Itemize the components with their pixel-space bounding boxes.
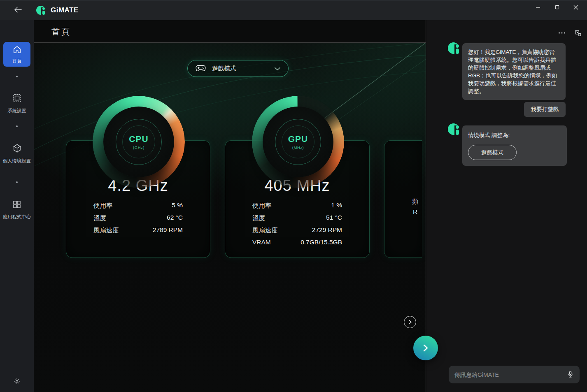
- gpu-gauge: GPU (MHz): [252, 96, 344, 188]
- home-icon: [12, 45, 22, 56]
- page-title: 首頁: [51, 26, 71, 37]
- mode-selector-label: 遊戲模式: [212, 65, 236, 72]
- assistant-avatar: [448, 123, 460, 135]
- popout-icon: [574, 29, 582, 37]
- assistant-avatar: [448, 42, 460, 54]
- cpu-stats: 使用率 5 % 溫度 62 °C 風扇速度 2789 RPM: [93, 202, 183, 235]
- stat-label: 風扇速度: [93, 226, 119, 235]
- gpu-gauge-label: GPU (MHz): [252, 96, 344, 188]
- stat-value: 5 %: [172, 202, 183, 210]
- cube-icon: [12, 143, 22, 155]
- microphone-icon: [567, 371, 574, 378]
- stat-value: 0.7GB/15.5GB: [300, 239, 342, 246]
- carousel-next-button[interactable]: [404, 316, 416, 328]
- chat-input[interactable]: [454, 371, 565, 378]
- assistant-message: 您好！我是GiMATE，負責協助您管理電腦硬體系統。您可以告訴我具體的硬體控制需…: [462, 43, 566, 100]
- close-button[interactable]: [566, 1, 585, 14]
- app-title: GiMATE: [51, 6, 79, 14]
- stat-label: 風扇速度: [252, 226, 278, 235]
- gear-icon: [13, 378, 21, 386]
- stat-value: 62 °C: [167, 214, 183, 223]
- window-controls: [529, 1, 585, 14]
- stat-row: 風扇速度 2789 RPM: [93, 226, 183, 235]
- sidebar-item-label: 應用程式中心: [2, 214, 32, 220]
- stat-label: 使用率: [252, 202, 272, 210]
- sidebar-separator-dot: [16, 125, 18, 127]
- sidebar-item-label: 系統設置: [2, 108, 32, 114]
- gamepad-icon: [195, 64, 206, 73]
- sidebar-item-home[interactable]: 首頁: [3, 42, 30, 67]
- assistant-message-text: 情境模式 調整為:: [468, 132, 510, 138]
- mode-selector[interactable]: 遊戲模式: [187, 60, 289, 77]
- chevron-right-icon: [421, 343, 430, 353]
- gimate-logo-icon: [36, 6, 46, 15]
- chip-icon: [12, 93, 22, 105]
- app-window: GiMATE 首頁 系統設置: [0, 0, 587, 392]
- sidebar-item-app-center[interactable]: 應用程式中心: [0, 199, 34, 220]
- chat-input-container: [449, 366, 580, 383]
- chat-collapse-button[interactable]: [413, 336, 438, 360]
- maximize-button[interactable]: [547, 1, 566, 14]
- mic-button[interactable]: [565, 369, 575, 380]
- partial-card-text: R: [413, 208, 417, 216]
- settings-button[interactable]: [0, 378, 34, 386]
- stat-row: 溫度 51 °C: [252, 214, 342, 223]
- cpu-gauge: CPU (GHz): [93, 96, 185, 188]
- stat-label: 溫度: [252, 214, 265, 223]
- partial-card-text: 頻: [412, 197, 419, 206]
- chat-panel: 您好！我是GiMATE，負責協助您管理電腦硬體系統。您可以告訴我具體的硬體控制需…: [426, 20, 587, 392]
- cpu-gauge-unit: (GHz): [133, 145, 144, 150]
- back-button[interactable]: [12, 5, 23, 16]
- stat-label: VRAM: [252, 239, 271, 246]
- ellipsis-icon: [558, 32, 566, 34]
- minimize-button[interactable]: [529, 1, 547, 14]
- partial-card: 頻 R: [384, 140, 422, 258]
- gpu-stats: 使用率 1 % 溫度 51 °C 風扇速度 2729 RPM VRAM 0.7G…: [252, 202, 342, 246]
- cpu-gauge-title: CPU: [129, 134, 148, 144]
- titlebar: GiMATE: [0, 0, 587, 20]
- gpu-gauge-title: GPU: [288, 134, 308, 144]
- game-mode-button[interactable]: 遊戲模式: [468, 145, 517, 160]
- chat-popout-button[interactable]: [574, 29, 582, 37]
- chevron-down-icon: [274, 67, 281, 71]
- stat-row: 使用率 1 %: [252, 202, 342, 210]
- main-header: 首頁: [34, 20, 426, 43]
- stat-value: 2789 RPM: [153, 226, 183, 235]
- grid-icon: [12, 199, 22, 211]
- sidebar-separator-dot: [16, 181, 18, 183]
- stat-value: 1 %: [331, 202, 342, 210]
- stat-row: 使用率 5 %: [93, 202, 183, 210]
- stat-row: VRAM 0.7GB/15.5GB: [252, 239, 342, 246]
- main-content: 遊戲模式 4.2 GHz 使用率 5 % 溫度 62 °C 風扇速度 2789 …: [34, 43, 426, 392]
- stat-value: 2729 RPM: [312, 226, 342, 235]
- stat-label: 溫度: [93, 214, 106, 223]
- brand: GiMATE: [36, 6, 79, 15]
- minimize-icon: [536, 5, 540, 10]
- gpu-gauge-unit: (MHz): [292, 145, 304, 150]
- chat-more-button[interactable]: [558, 29, 566, 37]
- user-message: 我要打遊戲: [524, 102, 566, 117]
- sidebar-item-personal-scenario[interactable]: 個人情境設置: [0, 143, 34, 164]
- stat-row: 溫度 62 °C: [93, 214, 183, 223]
- stat-value: 51 °C: [326, 214, 342, 223]
- chevron-right-icon: [408, 320, 412, 325]
- sidebar: 首頁 系統設置 個人情境設置 應用程式中心: [0, 20, 34, 392]
- maximize-icon: [555, 5, 559, 9]
- sidebar-item-label: 首頁: [2, 58, 32, 64]
- back-arrow-icon: [14, 7, 22, 14]
- stat-label: 使用率: [93, 202, 113, 210]
- cpu-gauge-label: CPU (GHz): [93, 96, 185, 188]
- sidebar-item-system-settings[interactable]: 系統設置: [0, 93, 34, 114]
- close-icon: [573, 5, 578, 10]
- sidebar-item-label: 個人情境設置: [2, 158, 32, 164]
- sidebar-separator-dot: [16, 76, 18, 77]
- stat-row: 風扇速度 2729 RPM: [252, 226, 342, 235]
- assistant-message: 情境模式 調整為: 遊戲模式: [462, 125, 567, 166]
